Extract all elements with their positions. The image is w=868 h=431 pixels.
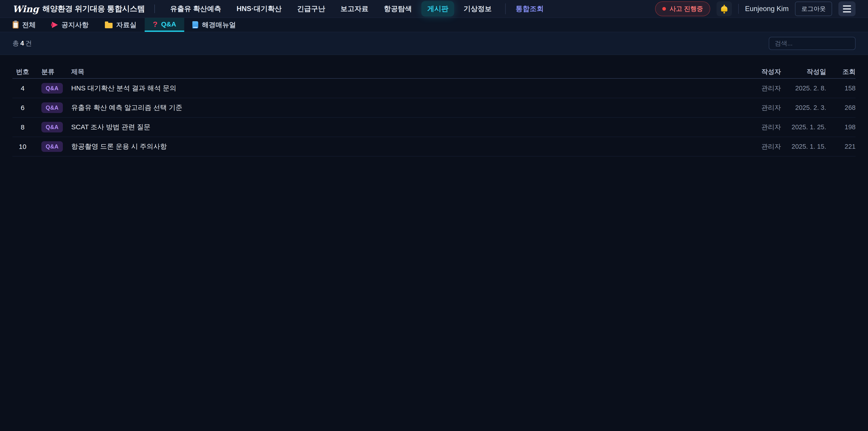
nav-aerial-search[interactable]: 항공탐색 xyxy=(378,1,418,17)
top-bar-right: 사고 진행중 Eunjeong Kim 로그아웃 xyxy=(655,1,856,16)
tab-qna[interactable]: ? Q&A xyxy=(145,18,184,32)
table-row[interactable]: 4 Q&A HNS 대기확산 분석 결과 해석 문의 관리자 2025. 2. … xyxy=(12,79,856,98)
question-mark-icon: ? xyxy=(153,20,158,29)
tab-archive[interactable]: 자료실 xyxy=(97,18,145,32)
nav-weather-info[interactable]: 기상정보 xyxy=(458,1,498,17)
nav-hns-air-diffusion[interactable]: HNS·대기확산 xyxy=(231,1,288,17)
post-number: 8 xyxy=(12,123,33,131)
category-badge: Q&A xyxy=(41,141,63,152)
category-badge: Q&A xyxy=(41,102,63,113)
col-header-author: 작성자 xyxy=(745,67,781,76)
post-date: 2025. 2. 8. xyxy=(781,85,826,92)
clipboard-icon xyxy=(13,21,19,29)
table-row[interactable]: 8 Q&A SCAT 조사 방법 관련 질문 관리자 2025. 1. 25. … xyxy=(12,118,856,137)
post-author: 관리자 xyxy=(745,84,781,93)
post-date: 2025. 1. 25. xyxy=(781,123,826,131)
tab-qna-label: Q&A xyxy=(161,20,176,28)
total-count: 4 xyxy=(20,39,24,47)
nav-divider xyxy=(505,3,506,14)
nav-reports[interactable]: 보고자료 xyxy=(335,1,374,17)
megaphone-icon xyxy=(52,22,58,28)
incident-dot-icon xyxy=(662,7,666,11)
top-bar: Wing 해양환경 위기대응 통합시스템 유출유 확산예측 HNS·대기확산 긴… xyxy=(0,0,868,18)
post-title[interactable]: HNS 대기확산 분석 결과 해석 문의 xyxy=(71,84,745,93)
col-header-title: 제목 xyxy=(71,67,745,76)
total-prefix: 총 xyxy=(12,39,19,47)
total-suffix: 건 xyxy=(25,39,32,47)
post-title[interactable]: SCAT 조사 방법 관련 질문 xyxy=(71,123,745,132)
post-table: 번호 분류 제목 작성자 작성일 조회 4 Q&A HNS 대기확산 분석 결과… xyxy=(12,65,856,156)
col-header-category: 분류 xyxy=(33,67,71,76)
post-author: 관리자 xyxy=(745,103,781,112)
tab-all-label: 전체 xyxy=(22,20,36,30)
post-date: 2025. 1. 15. xyxy=(781,143,826,150)
board-toolbar: 총4건 xyxy=(0,32,868,55)
hamburger-menu-button[interactable] xyxy=(838,1,856,16)
tab-coastguard-manual[interactable]: 해경매뉴얼 xyxy=(184,18,244,32)
col-header-views: 조회 xyxy=(826,67,856,76)
tab-notice[interactable]: 공지사항 xyxy=(44,18,97,32)
menu-icon xyxy=(843,5,851,6)
book-icon xyxy=(192,21,198,29)
post-views: 221 xyxy=(826,143,856,150)
table-row[interactable]: 6 Q&A 유출유 확산 예측 알고리즘 선택 기준 관리자 2025. 2. … xyxy=(12,98,856,118)
tab-coastguard-manual-label: 해경매뉴얼 xyxy=(202,20,236,30)
folder-icon xyxy=(105,23,113,28)
col-header-no: 번호 xyxy=(12,67,33,76)
notifications-button[interactable] xyxy=(717,1,732,16)
logo-wing-mark: Wing xyxy=(12,4,39,14)
post-title[interactable]: 유출유 확산 예측 알고리즘 선택 기준 xyxy=(71,103,745,112)
category-badge: Q&A xyxy=(41,83,63,94)
post-views: 158 xyxy=(826,85,856,92)
table-header-row: 번호 분류 제목 작성자 작성일 조회 xyxy=(12,65,856,79)
post-author: 관리자 xyxy=(745,123,781,132)
board-tabs: 전체 공지사항 자료실 ? Q&A 해경매뉴얼 xyxy=(0,18,868,32)
nav-integrated-search[interactable]: 통합조회 xyxy=(513,1,546,17)
post-number: 6 xyxy=(12,104,33,112)
post-number: 4 xyxy=(12,85,33,92)
post-number: 10 xyxy=(12,143,33,151)
tab-all[interactable]: 전체 xyxy=(4,18,44,32)
incident-status-badge: 사고 진행중 xyxy=(655,1,710,16)
bell-icon xyxy=(721,6,727,11)
tab-notice-label: 공지사항 xyxy=(61,20,89,30)
incident-status-label: 사고 진행중 xyxy=(670,4,703,13)
tab-archive-label: 자료실 xyxy=(116,20,136,30)
main-nav: 유출유 확산예측 HNS·대기확산 긴급구난 보고자료 항공탐색 게시판 기상정… xyxy=(164,1,546,17)
post-date: 2025. 2. 3. xyxy=(781,104,826,112)
logout-button[interactable]: 로그아웃 xyxy=(795,2,832,16)
post-title[interactable]: 항공촬영 드론 운용 시 주의사항 xyxy=(71,142,745,151)
logo-divider xyxy=(154,4,155,13)
table-row[interactable]: 10 Q&A 항공촬영 드론 운용 시 주의사항 관리자 2025. 1. 15… xyxy=(12,137,856,156)
board-content: 번호 분류 제목 작성자 작성일 조회 4 Q&A HNS 대기확산 분석 결과… xyxy=(0,55,868,156)
search-input[interactable] xyxy=(769,37,856,50)
user-name: Eunjeong Kim xyxy=(745,5,789,13)
nav-oil-spill-prediction[interactable]: 유출유 확산예측 xyxy=(164,1,227,17)
app-logo[interactable]: Wing 해양환경 위기대응 통합시스템 xyxy=(12,4,145,14)
post-author: 관리자 xyxy=(745,142,781,151)
post-views: 268 xyxy=(826,104,856,112)
app-title: 해양환경 위기대응 통합시스템 xyxy=(42,4,145,14)
post-views: 198 xyxy=(826,123,856,131)
total-count-text: 총4건 xyxy=(12,39,32,48)
nav-board[interactable]: 게시판 xyxy=(421,1,454,17)
col-header-date: 작성일 xyxy=(781,67,826,76)
nav-emergency-rescue[interactable]: 긴급구난 xyxy=(291,1,331,17)
category-badge: Q&A xyxy=(41,122,63,132)
user-divider xyxy=(738,4,739,14)
